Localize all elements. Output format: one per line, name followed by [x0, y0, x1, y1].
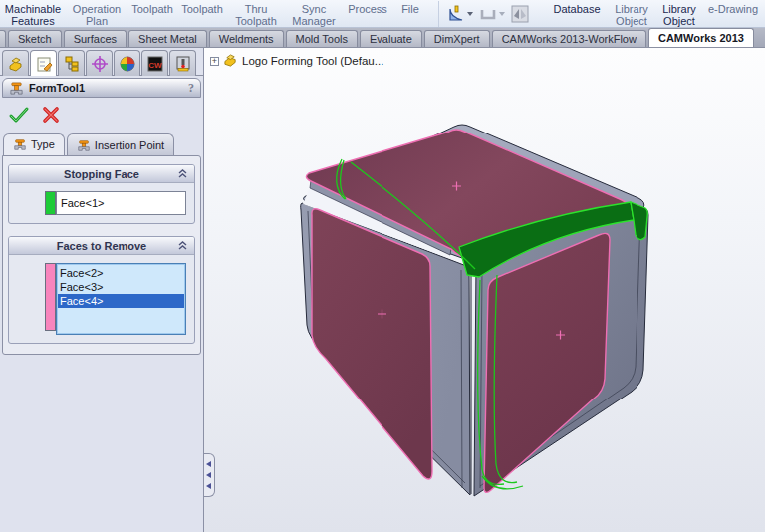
feature-title: FormTool1: [29, 82, 85, 94]
faces-to-remove-header[interactable]: Faces to Remove: [9, 237, 194, 255]
flip-section-icon-glyph: [511, 5, 529, 23]
command-menubar: Machinable Features Operation Plan Toolp…: [0, 0, 765, 28]
list-item-selected[interactable]: Face<4>: [58, 294, 184, 308]
camworks-operation-tree-tab[interactable]: [169, 50, 196, 76]
pm-tab-strip: Type Insertion Point: [0, 133, 203, 155]
dimxpert-manager-tab[interactable]: [86, 50, 113, 76]
menu-machinable-features[interactable]: Machinable Features: [0, 1, 66, 27]
stopping-face-color-swatch: [45, 191, 56, 215]
dimxpert-manager-icon: [91, 55, 109, 73]
commandmanager-tabbar: Sketch Surfaces Sheet Metal Weldments Mo…: [0, 28, 765, 48]
tab-weldments[interactable]: Weldments: [209, 30, 284, 47]
faces-to-remove-content: Face<2> Face<3> Face<4>: [9, 255, 194, 343]
form-tool-feature-icon: [9, 81, 24, 96]
tab-insertion-point-label: Insertion Point: [95, 139, 164, 151]
tree-expand-button[interactable]: +: [210, 57, 219, 66]
collapse-arrow-icon: [206, 472, 211, 478]
collapse-arrow-icon: [206, 461, 211, 467]
camworks-feature-tree-tab[interactable]: CW: [141, 50, 168, 76]
camworks-feature-tree-icon: CW: [146, 55, 164, 73]
panel-collapse-handle[interactable]: [204, 453, 215, 497]
faces-to-remove-title: Faces to Remove: [57, 240, 146, 252]
panel-empty-area: [0, 379, 203, 532]
collapse-chevron-icon[interactable]: [177, 240, 188, 251]
menu-icon-cluster: [438, 1, 535, 27]
die-channel-icon[interactable]: [479, 5, 505, 23]
tab-evaluate[interactable]: Evaluate: [360, 30, 422, 47]
faces-to-remove-listbox[interactable]: Face<2> Face<3> Face<4>: [56, 263, 186, 335]
collapse-chevron-icon[interactable]: [177, 168, 188, 179]
ok-button[interactable]: [8, 106, 30, 124]
configuration-manager-icon: [63, 55, 81, 73]
menu-file[interactable]: File: [392, 1, 428, 15]
tab-camworks-2013[interactable]: CAMWorks 2013: [648, 28, 754, 47]
display-manager-tab[interactable]: [114, 50, 140, 76]
menu-thru-toolpath[interactable]: Thru Toolpath: [227, 1, 285, 27]
collapse-arrow-icon: [206, 483, 211, 489]
menu-toolpath-1[interactable]: Toolpath: [128, 1, 177, 15]
configuration-manager-tab[interactable]: [58, 50, 85, 76]
menu-library-object-2[interactable]: Library Object: [655, 1, 703, 27]
die-channel-icon-glyph: [479, 5, 497, 23]
manager-icon-tabs: CW: [0, 48, 203, 76]
faces-to-remove-group: Faces to Remove Face<2> Face<3> Face<4>: [8, 236, 195, 344]
feature-manager-tab[interactable]: [2, 50, 29, 76]
property-manager-panel: CW FormTool1 ?: [0, 48, 204, 532]
list-item[interactable]: Face<2>: [58, 266, 184, 280]
tab-sheet-metal[interactable]: Sheet Metal: [128, 30, 207, 47]
stopping-face-header[interactable]: Stopping Face: [9, 165, 194, 183]
menubar-right-group: Database Library Object Library Object e…: [546, 1, 763, 27]
forming-tool-3d-model[interactable]: [204, 48, 765, 532]
tab-stub: [0, 30, 6, 47]
menu-e-drawing[interactable]: e-Drawing: [703, 1, 763, 27]
stopping-face-content: Face<1>: [9, 183, 194, 223]
form-tool-icon[interactable]: [447, 5, 473, 23]
part-icon: [223, 54, 238, 68]
flyout-feature-tree: + Logo Forming Tool (Defau...: [210, 54, 383, 68]
list-item[interactable]: Face<3>: [58, 280, 184, 294]
dropdown-caret[interactable]: [467, 12, 473, 16]
menu-database[interactable]: Database: [546, 1, 608, 27]
tab-insertion-point[interactable]: Insertion Point: [67, 133, 174, 155]
propertymanager-header: FormTool1 ?: [2, 78, 201, 98]
menu-process[interactable]: Process: [343, 1, 392, 15]
svg-text:CW: CW: [148, 60, 162, 69]
form-tool-tab-icon: [13, 137, 27, 151]
menu-sync-manager[interactable]: Sync Manager: [285, 1, 343, 27]
cancel-button[interactable]: [42, 106, 60, 124]
stopping-face-group: Stopping Face Face<1>: [8, 164, 195, 224]
property-manager-tab[interactable]: [30, 50, 57, 76]
help-button[interactable]: ?: [188, 81, 194, 96]
remove-faces-color-swatch: [45, 263, 56, 331]
camworks-operation-tree-icon: [174, 55, 192, 73]
tab-sketch[interactable]: Sketch: [8, 30, 62, 47]
property-manager-icon: [35, 55, 53, 73]
tab-mold-tools[interactable]: Mold Tools: [286, 30, 358, 47]
menu-library-object-1[interactable]: Library Object: [608, 1, 655, 27]
display-manager-icon: [119, 55, 136, 73]
pm-tab-page: Stopping Face Face<1> Faces to Remove: [2, 155, 201, 355]
tab-surfaces[interactable]: Surfaces: [64, 30, 127, 47]
graphics-viewport[interactable]: + Logo Forming Tool (Defau...: [204, 48, 765, 532]
menu-toolpath-2[interactable]: Toolpath: [177, 1, 227, 15]
stopping-face-input[interactable]: Face<1>: [56, 191, 186, 215]
form-tool-icon-glyph: [447, 5, 465, 23]
stopping-face-title: Stopping Face: [64, 168, 139, 180]
pm-action-buttons: [0, 98, 203, 130]
tab-type[interactable]: Type: [3, 133, 65, 155]
menu-operation-plan[interactable]: Operation Plan: [66, 1, 128, 27]
tab-camworks-workflow[interactable]: CAMWorks 2013-WorkFlow: [492, 30, 646, 47]
tab-type-label: Type: [31, 138, 55, 150]
tree-item-label[interactable]: Logo Forming Tool (Defau...: [242, 55, 383, 67]
feature-manager-icon: [7, 55, 25, 73]
form-tool-tab-icon: [77, 138, 91, 152]
dropdown-caret-disabled[interactable]: [499, 12, 505, 16]
flip-section-icon[interactable]: [511, 5, 529, 23]
tab-dimxpert[interactable]: DimXpert: [424, 30, 490, 47]
